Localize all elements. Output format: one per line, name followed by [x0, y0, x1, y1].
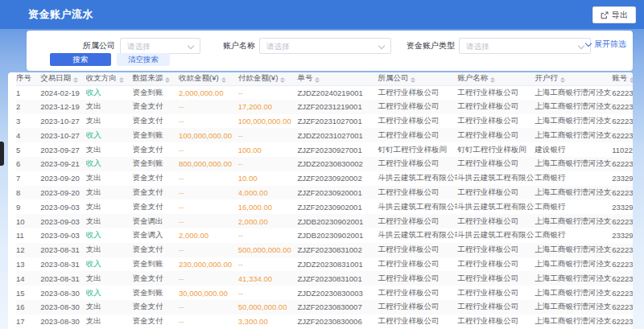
filter-label-account-name: 账户名称	[223, 38, 255, 54]
cell-income-amount: --	[179, 171, 238, 186]
account-name-select[interactable]	[259, 38, 391, 54]
cell-income-amount: --	[179, 186, 238, 200]
cell-doc-no: ZJZF20230830006	[297, 315, 378, 329]
cell-source: 资金支付	[132, 199, 179, 214]
cell-direction: 支出	[86, 171, 133, 186]
clear-search-button[interactable]: 清空搜索	[117, 53, 170, 66]
cell-index: 3	[16, 114, 40, 129]
cell-direction: 收入	[86, 128, 133, 142]
column-header-10[interactable]: 账号	[612, 72, 633, 85]
cell-source: 资金支付	[132, 315, 179, 329]
column-label: 单号	[297, 73, 312, 82]
table-row[interactable]: 32023-10-27支出资金支付--100,000,000.00ZJZF202…	[16, 114, 633, 129]
account-name-input[interactable]	[260, 39, 390, 53]
column-header-6[interactable]: 单号	[297, 72, 378, 85]
cell-date: 2023-08-30	[40, 300, 86, 315]
side-drawer-handle[interactable]	[0, 142, 4, 166]
sort-icon[interactable]	[490, 77, 495, 83]
sort-icon[interactable]	[119, 77, 124, 83]
cell-source: 资金支付	[132, 300, 179, 315]
cell-source: 资金到账	[132, 85, 179, 100]
sort-icon[interactable]	[315, 77, 320, 83]
company-select[interactable]	[120, 38, 200, 54]
cell-direction: 支出	[86, 271, 133, 286]
table-row[interactable]: 172023-08-30支出资金支付--3,300.00ZJZF20230830…	[16, 315, 633, 329]
sort-icon[interactable]	[280, 77, 285, 83]
cell-bank: 工商银行	[535, 228, 612, 243]
cell-payment-amount: --	[238, 85, 298, 100]
sort-icon[interactable]	[411, 77, 415, 83]
cell-direction: 收入	[86, 157, 133, 171]
cell-doc-no: ZJDB20230902001	[297, 214, 378, 228]
table-row[interactable]: 112023-09-03收入资金调入2,000.00--ZJDB20230902…	[16, 228, 633, 243]
column-label: 序号	[16, 73, 31, 82]
cell-payment-amount: --	[238, 286, 298, 300]
cell-source: 资金到账	[132, 157, 179, 171]
cell-account-no: 2332949941	[612, 171, 633, 186]
table-row[interactable]: 92023-09-03支出资金支付--16,000.00ZJZF20230902…	[16, 199, 633, 214]
cell-account-name: 工程行业样板公司	[457, 286, 535, 300]
cell-doc-no: ZJDZ20240219001	[297, 85, 378, 100]
cell-doc-no: ZJDZ20230830002	[297, 157, 378, 171]
table-row[interactable]: 132023-08-31收入资金到账230,000,000.00--ZJDZ20…	[16, 257, 633, 272]
cell-income-amount: --	[179, 315, 238, 329]
sort-icon[interactable]	[560, 77, 565, 83]
cell-doc-no: ZJZF20230830007	[297, 300, 378, 315]
sort-icon[interactable]	[73, 77, 78, 83]
search-button[interactable]: 搜索	[50, 53, 111, 66]
table-row[interactable]: 42023-10-27收入资金到账100,000,000.00--ZJDZ202…	[16, 128, 633, 142]
column-header-3[interactable]: 数据来源	[132, 72, 179, 85]
table-row[interactable]: 22023-12-19支出资金支付--17,200.00ZJZF20231219…	[16, 100, 633, 114]
cell-direction: 支出	[86, 315, 133, 329]
cell-bank: 上海工商银行漕河泾支行	[535, 300, 612, 315]
sort-icon[interactable]	[221, 77, 226, 83]
sort-icon[interactable]	[165, 77, 170, 83]
column-header-1[interactable]: 交易日期	[40, 72, 86, 85]
table-row[interactable]: 62023-09-21收入资金到账800,000,000.00--ZJDZ202…	[16, 157, 633, 171]
table-row[interactable]: 162023-08-30支出资金支付--50,000,000.00ZJZF202…	[16, 300, 633, 315]
column-header-0: 序号	[16, 72, 40, 85]
cell-income-amount: --	[179, 214, 238, 228]
table-row[interactable]: 152023-08-30收入资金到账30,000,000.00--ZJDZ202…	[16, 286, 633, 300]
column-header-9[interactable]: 开户行	[535, 72, 612, 85]
cell-source: 资金支付	[132, 171, 179, 186]
cell-source: 资金到账	[132, 257, 179, 272]
table-row[interactable]: 142023-08-31支出资金支付--41,334.00ZJZF2023083…	[16, 271, 633, 286]
cell-doc-no: ZJZF20230920001	[297, 186, 378, 200]
cell-payment-amount: 100,000,000.00	[238, 114, 298, 129]
column-header-5[interactable]: 付款金额(¥)	[238, 72, 298, 85]
cell-income-amount: 30,000,000.00	[179, 286, 238, 300]
cell-account-name: 工程行业样板公司	[457, 128, 535, 142]
cell-account-no: 6222301118	[612, 286, 633, 300]
cell-doc-no: ZJDZ20230831001	[297, 257, 378, 272]
account-type-input[interactable]	[460, 39, 590, 53]
table-row[interactable]: 82023-09-20支出资金支付--4,000.00ZJZF202309200…	[16, 186, 633, 200]
table-row[interactable]: 12024-02-19收入资金到账2,000,000.00--ZJDZ20240…	[16, 85, 633, 100]
column-header-8[interactable]: 账户名称	[457, 72, 535, 85]
cell-account-no: 2332949941	[612, 228, 633, 243]
cell-account-name: 工程行业样板公司	[457, 186, 535, 200]
table-row[interactable]: 122023-08-31支出资金支付--500,000,000.00ZJZF20…	[16, 243, 633, 257]
cell-bank: 上海工商银行漕河泾支行	[535, 257, 612, 272]
cell-account-name: 工程行业样板公司	[457, 214, 535, 228]
table-row[interactable]: 52023-09-27支出资金支付--100.00ZJZF20230927001…	[16, 142, 633, 157]
account-type-select[interactable]	[459, 38, 591, 54]
export-button[interactable]: 导出	[592, 6, 636, 23]
cell-account-no: 6222301118	[612, 300, 633, 315]
column-header-2[interactable]: 收支方向	[86, 72, 133, 85]
table-row[interactable]: 72023-09-20支出资金支付--10.00ZJZF20230920002斗…	[16, 171, 633, 186]
cell-account-name: 斗拱云建筑工程有限公司	[457, 171, 535, 186]
cell-account-no: 6222301118	[612, 315, 633, 329]
cell-account-name: 斗拱云建筑工程有限公司	[457, 228, 535, 243]
filter-panel: 所属公司 账户名称 资金账户类型 展开筛选 搜索 清空搜索	[27, 31, 633, 71]
expand-filters-link[interactable]: 展开筛选	[586, 39, 626, 50]
cell-account-no: 6222301118	[612, 85, 633, 100]
column-header-4[interactable]: 收款金额(¥)	[179, 72, 238, 85]
cell-company: 工程行业样板公司	[378, 257, 457, 272]
column-header-7[interactable]: 所属公司	[378, 72, 457, 85]
cell-date: 2023-08-31	[40, 257, 86, 272]
sort-icon[interactable]	[630, 77, 633, 83]
cell-payment-amount: --	[238, 228, 298, 243]
table-row[interactable]: 102023-09-03支出资金调出--2,000.00ZJDB20230902…	[16, 214, 633, 228]
cell-doc-no: ZJZF20230902001	[297, 199, 378, 214]
